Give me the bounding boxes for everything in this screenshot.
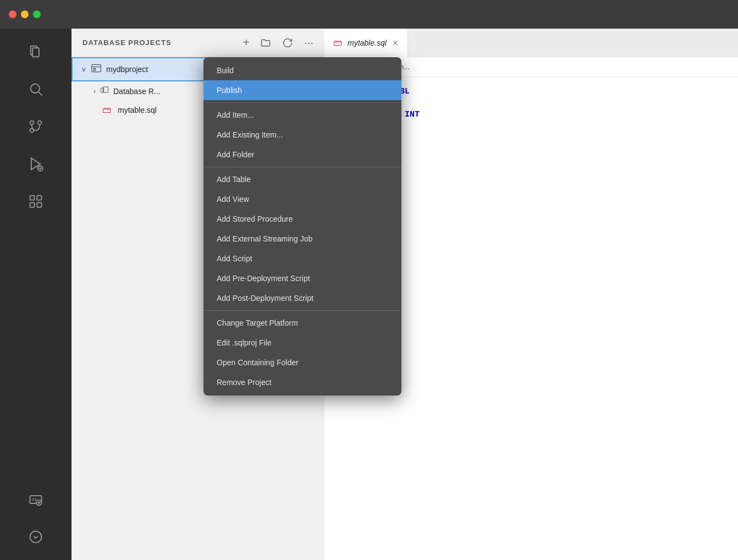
svg-rect-11 — [30, 196, 35, 200]
menu-item-remove-project[interactable]: Remove Project — [203, 372, 401, 392]
context-menu: Build Publish Add Item... Add Existing I… — [203, 57, 401, 396]
svg-rect-13 — [30, 202, 35, 207]
menu-item-add-stored-procedure[interactable]: Add Stored Procedure — [203, 209, 401, 229]
svg-point-5 — [38, 121, 42, 125]
maximize-button[interactable] — [33, 10, 41, 18]
run-debug-icon[interactable] — [19, 147, 52, 180]
line-content-3: [Id] INT — [355, 110, 738, 119]
add-item-button[interactable]: + — [243, 36, 250, 49]
refresh-button[interactable] — [282, 37, 293, 48]
files-icon[interactable] — [19, 35, 52, 68]
activity-bar — [0, 29, 71, 560]
menu-item-publish[interactable]: Publish — [203, 80, 401, 100]
project-name: mydbproject — [106, 65, 148, 74]
chevron-right-icon: › — [93, 87, 96, 95]
more-actions-button[interactable]: ··· — [304, 36, 313, 49]
tab-db-icon: 🗃 — [333, 38, 342, 48]
svg-rect-1 — [32, 48, 39, 57]
menu-item-add-post-deployment-script[interactable]: Add Post-Deployment Script — [203, 288, 401, 308]
close-button[interactable] — [9, 10, 16, 18]
menu-item-add-table[interactable]: Add Table — [203, 169, 401, 189]
menu-item-edit-sqlproj[interactable]: Edit .sqlproj File — [203, 333, 401, 353]
source-control-icon[interactable] — [19, 110, 52, 143]
svg-rect-24 — [93, 68, 95, 70]
menu-item-build[interactable]: Build — [203, 61, 401, 80]
menu-item-add-item[interactable]: Add Item... — [203, 105, 401, 125]
db-references-label: Database R... — [113, 87, 161, 96]
chevron-down-icon: ∨ — [81, 65, 86, 73]
search-icon[interactable] — [19, 73, 52, 106]
menu-item-change-target-platform[interactable]: Change Target Platform — [203, 313, 401, 333]
svg-line-3 — [38, 92, 42, 95]
main-layout: DATABASE PROJECTS + ··· ∨ — [0, 29, 738, 560]
svg-rect-22 — [92, 64, 101, 72]
menu-item-add-existing-item[interactable]: Add Existing Item... — [203, 125, 401, 145]
menu-separator-1 — [203, 102, 401, 103]
menu-item-add-external-streaming-job[interactable]: Add External Streaming Job — [203, 229, 401, 249]
title-bar — [0, 0, 738, 29]
svg-point-4 — [30, 121, 34, 125]
minimize-button[interactable] — [21, 10, 29, 18]
menu-separator-3 — [203, 310, 401, 311]
open-folder-button[interactable] — [260, 37, 271, 48]
svg-rect-14 — [37, 202, 41, 207]
sidebar-title: DATABASE PROJECTS — [82, 39, 232, 47]
extensions-icon[interactable] — [19, 185, 52, 218]
remote-icon[interactable] — [19, 483, 52, 516]
menu-item-add-pre-deployment-script[interactable]: Add Pre-Deployment Script — [203, 268, 401, 288]
line-content-1: CREATE TABL — [355, 87, 738, 96]
menu-item-add-view[interactable]: Add View — [203, 189, 401, 209]
tab-bar: 🗃 mytable.sql ✕ — [324, 29, 738, 57]
line-content-2: ( — [355, 98, 738, 108]
folder-db-icon — [100, 86, 109, 96]
traffic-lights — [9, 10, 41, 18]
tab-close-button[interactable]: ✕ — [392, 39, 399, 47]
sidebar-header: DATABASE PROJECTS + ··· — [71, 29, 324, 57]
svg-marker-7 — [31, 158, 40, 170]
menu-item-add-script[interactable]: Add Script — [203, 249, 401, 268]
project-icon — [91, 63, 102, 76]
menu-separator-2 — [203, 167, 401, 167]
menu-item-open-containing-folder[interactable]: Open Containing Folder — [203, 353, 401, 372]
svg-point-2 — [31, 84, 40, 93]
accounts-icon[interactable] — [19, 520, 52, 553]
svg-rect-25 — [101, 88, 103, 92]
mytable-label: mytable.sql — [118, 106, 157, 114]
sql-file-icon: 🗃 — [102, 105, 111, 115]
svg-point-21 — [30, 531, 42, 543]
line-content-4: ) — [355, 122, 738, 131]
mytable-tab[interactable]: 🗃 mytable.sql ✕ — [324, 29, 408, 57]
tab-filename: mytable.sql — [348, 39, 387, 47]
svg-rect-12 — [37, 196, 41, 200]
sidebar: DATABASE PROJECTS + ··· ∨ — [71, 29, 324, 560]
menu-item-add-folder[interactable]: Add Folder — [203, 145, 401, 164]
